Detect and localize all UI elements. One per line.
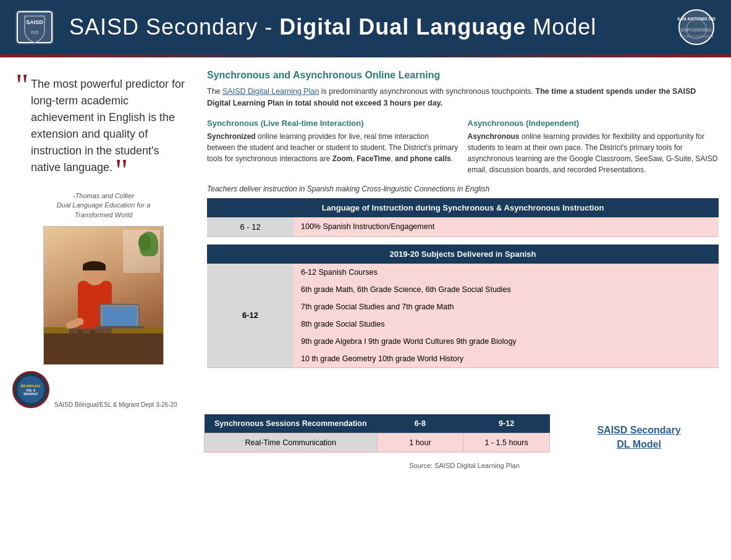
quote-block: " The most powerful predictor for long-t…	[12, 70, 195, 182]
student-photo	[43, 226, 164, 365]
header-title-bold: Digital Dual Language	[279, 14, 526, 40]
saisd-logo-right: SAN ANTONIO ISD EMPOWERING YOUNG LEARNER…	[674, 7, 719, 48]
lang-table-row: 6 - 12 100% Spanish Instruction/Engageme…	[207, 217, 719, 237]
header-title-suffix: Model	[526, 14, 596, 40]
sync-val2: 1 - 1.5 hours	[463, 433, 550, 453]
teachers-note: Teachers deliver instruction in Spanish …	[207, 185, 719, 193]
sync-th1: Synchronous Sessions Recommendation	[205, 414, 378, 433]
sync-col: Synchronous (Live Real-time Interaction)…	[207, 119, 458, 175]
subject-row-2: 7th grade Social Studies and 7th grade M…	[294, 298, 719, 316]
quote-open-mark: "	[15, 70, 28, 102]
lang-grade-cell: 6 - 12	[207, 217, 294, 237]
lang-table: Language of Instruction during Synchrono…	[207, 198, 719, 237]
intro-text: The SAISD Digital Learning Plan is predo…	[207, 86, 719, 109]
subject-row-4: 9th grade Algebra I 9th grade World Cult…	[294, 333, 719, 350]
svg-text:YOUNG LEARNERS: YOUNG LEARNERS	[679, 35, 714, 38]
sync-data-row: Real-Time Communication 1 hour 1 - 1.5 h…	[205, 433, 550, 453]
subject-row-1: 6th grade Math, 6th Grade Science, 6th G…	[294, 281, 719, 298]
saisd-logo-left: SAISD ISD	[12, 7, 57, 48]
dept-badge-text: BILINGUAL ESL & MIGRANT	[21, 384, 41, 396]
svg-text:EMPOWERING: EMPOWERING	[681, 28, 711, 32]
quote-text: The most powerful predictor for long-ter…	[31, 76, 185, 176]
subjects-header: 2019-20 Subjects Delivered in Spanish	[207, 244, 719, 264]
sync-th2: 6-8	[377, 414, 463, 433]
subjects-table: 2019-20 Subjects Delivered in Spanish 6-…	[207, 244, 719, 368]
quote-close-mark: "	[115, 166, 128, 176]
dl-model-link[interactable]: SAISD Secondary DL Model	[559, 424, 719, 451]
main-content: " The most powerful predictor for long-t…	[0, 57, 731, 414]
sync-table: Synchronous Sessions Recommendation 6-8 …	[204, 414, 550, 453]
bottom-label: SAISD Bilingual/ESL & Migrant Dept 3-26-…	[54, 401, 177, 408]
left-panel: " The most powerful predictor for long-t…	[12, 70, 195, 408]
subjects-content-col: 6-12 Spanish Courses 6th grade Math, 6th…	[294, 264, 719, 367]
subject-row-0: 6-12 Spanish Courses	[294, 264, 719, 281]
async-text: Asynchronous online learning provides fo…	[468, 131, 719, 175]
sync-label-cell: Real-Time Communication	[205, 433, 378, 453]
subject-row-3: 8th grade Social Studies	[294, 316, 719, 333]
sync-th3: 9-12	[463, 414, 550, 433]
bottom-section: Synchronous Sessions Recommendation 6-8 …	[0, 414, 731, 459]
svg-text:SAISD: SAISD	[26, 19, 43, 25]
header: SAISD ISD SAISD Secondary - Digital Dual…	[0, 0, 731, 54]
sync-title: Synchronous (Live Real-time Interaction)	[207, 119, 458, 128]
section1-title: Synchronous and Asynchronous Online Lear…	[207, 70, 719, 81]
bottom-left: BILINGUAL ESL & MIGRANT SAISD Bilingual/…	[12, 371, 195, 408]
dept-badge: BILINGUAL ESL & MIGRANT	[12, 371, 49, 408]
sync-text: Synchronized online learning provides fo…	[207, 131, 458, 164]
source-text: Source: SAISD Digital Learning Plan	[0, 459, 731, 472]
sync-val1: 1 hour	[377, 433, 463, 453]
header-title: SAISD Secondary - Digital Dual Language …	[69, 14, 662, 40]
quote-citation: -Thomas and Collier Dual Language Educat…	[12, 191, 195, 220]
subject-row-5: 10 th grade Geometry 10th grade World Hi…	[294, 350, 719, 367]
svg-rect-0	[15, 10, 54, 44]
subjects-row: 6-12 6-12 Spanish Courses 6th grade Math…	[207, 264, 719, 368]
right-panel: Synchronous and Asynchronous Online Lear…	[207, 70, 719, 408]
lang-content-cell: 100% Spanish Instruction/Engagement	[294, 217, 719, 237]
dl-link-box: SAISD Secondary DL Model	[559, 414, 719, 451]
async-col: Asynchronous (Independent) Asynchronous …	[468, 119, 719, 175]
two-col-sync-async: Synchronous (Live Real-time Interaction)…	[207, 119, 719, 175]
async-title: Asynchronous (Independent)	[468, 119, 719, 128]
header-title-prefix: SAISD Secondary -	[69, 14, 279, 40]
saisd-dl-plan-link[interactable]: SAISD Digital Learning Plan	[222, 87, 319, 96]
subjects-grade-cell: 6-12	[207, 264, 294, 367]
lang-table-header: Language of Instruction during Synchrono…	[207, 198, 719, 217]
svg-text:ISD: ISD	[30, 30, 39, 35]
